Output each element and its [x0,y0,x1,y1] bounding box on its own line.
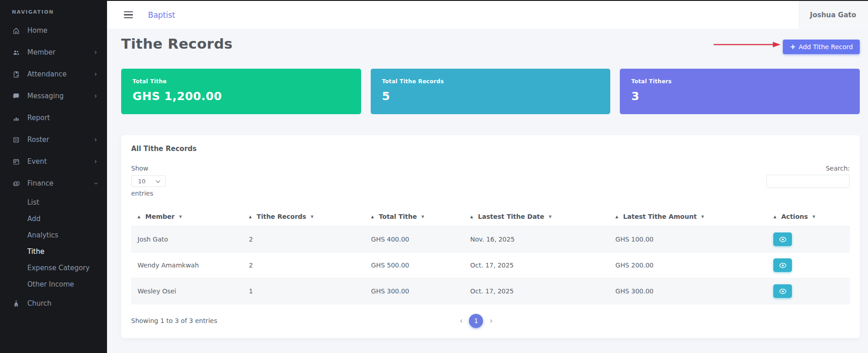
stat-value: 3 [631,90,848,103]
app-window: NAVIGATION Home Member › Attendance › [0,0,868,353]
sort-desc-icon: ▼ [311,215,313,219]
search-input[interactable] [766,175,850,188]
page-title: Tithe Records [121,35,233,52]
entries-label: entries [131,190,166,197]
view-record-button[interactable] [773,232,792,246]
table-summary: Showing 1 to 3 of 3 entries [131,317,217,324]
show-label: Show [131,165,166,172]
chevron-right-icon: › [94,93,97,100]
stat-card-total-tithers: Total Tithers 3 [620,69,860,114]
column-header-lastest-tithe-date[interactable]: ▲ Lastest Tithe Date ▼ [464,207,609,227]
sort-asc-icon: ▲ [773,215,776,219]
sidebar-item-finance[interactable]: Finance › [0,172,107,194]
sidebar-item-label: Finance [27,179,53,187]
sidebar-item-home[interactable]: Home [0,20,107,41]
sidebar-subitem-expense-category[interactable]: Expense Category [0,260,107,276]
hamburger-menu-icon[interactable] [124,11,133,19]
members-icon [12,48,20,56]
cell-tithe-records: 2 [243,252,365,278]
sidebar-item-label: Messaging [27,92,64,100]
table-row: Josh Gato 2 GHS 400.00 Nov. 16, 2025 GHS… [131,227,850,252]
sort-desc-icon: ▼ [421,215,424,219]
cell-latest-tithe-amount: GHS 200.00 [609,252,767,278]
sidebar-item-church[interactable]: Church [0,292,107,314]
chevron-down-icon [156,178,160,183]
card-title: All Tithe Records [131,145,850,153]
sidebar-item-label: Report [27,114,50,122]
stats-row: Total Tithe GHS 1,200.00 Total Tithe Rec… [121,69,860,114]
add-tithe-record-button[interactable]: + Add Tithe Record [783,40,860,54]
sidebar-subitem-label: List [27,198,39,207]
column-header-tithe-records[interactable]: ▲ Tithe Records ▼ [243,207,365,227]
sidebar-item-label: Roster [27,136,49,144]
table-row: Wendy Amamkwah 2 GHS 500.00 Oct. 17, 202… [131,252,850,278]
view-record-button[interactable] [773,284,792,298]
stat-label: Total Tithe [133,78,350,85]
topbar: Baptist Joshua Gato [107,0,868,29]
sidebar-item-member[interactable]: Member › [0,41,107,63]
report-icon [12,114,20,122]
sidebar-subitem-label: Analytics [27,231,58,239]
sort-asc-icon: ▲ [371,215,374,219]
sort-asc-icon: ▲ [470,215,473,219]
eye-icon [779,237,786,242]
sidebar-item-label: Member [27,48,56,56]
tithe-records-table: ▲ Member ▼ ▲ Tithe Records ▼ ▲ [131,207,850,304]
cell-tithe-records: 1 [243,278,365,304]
sidebar-subitem-other-income[interactable]: Other Income [0,276,107,292]
stat-label: Total Tithers [631,78,848,85]
column-header-total-tithe[interactable]: ▲ Total Tithe ▼ [365,207,464,227]
eye-icon [779,288,786,294]
sidebar-item-label: Church [27,299,51,308]
column-header-member[interactable]: ▲ Member ▼ [131,207,243,227]
sidebar-subitem-analytics[interactable]: Analytics [0,227,107,243]
cell-latest-tithe-amount: GHS 100.00 [609,227,767,252]
chevron-right-icon: › [94,49,97,56]
add-tithe-record-label: Add Tithe Record [799,43,853,50]
brand-link[interactable]: Baptist [148,10,175,20]
pagination-prev[interactable]: ‹ [455,316,467,325]
pagination: ‹ 1 › [455,314,497,328]
sidebar-subitem-list[interactable]: List [0,194,107,211]
pagination-next[interactable]: › [485,316,497,325]
stat-card-total-tithe-records: Total Tithe Records 5 [371,69,611,114]
home-icon [12,26,20,35]
sort-desc-icon: ▼ [701,215,704,219]
sidebar-subitem-tithe[interactable]: Tithe [0,243,107,260]
sidebar-subitem-add[interactable]: Add [0,211,107,227]
column-header-latest-tithe-amount[interactable]: ▲ Latest Tithe Amount ▼ [609,207,767,227]
plus-icon: + [790,43,796,50]
church-icon [12,299,20,308]
sidebar-item-roster[interactable]: Roster › [0,129,107,151]
eye-icon [779,262,786,268]
page-content: Tithe Records + Add Tithe Record Total T… [107,29,868,353]
view-record-button[interactable] [773,258,792,272]
page-length-select[interactable]: 10 [131,175,166,187]
sidebar-heading: NAVIGATION [0,0,107,20]
search-label: Search: [826,165,850,172]
column-header-actions[interactable]: ▲ Actions ▼ [767,207,850,227]
sidebar-subitem-label: Tithe [27,247,45,256]
chevron-right-icon: › [94,71,97,78]
sort-asc-icon: ▲ [249,215,252,219]
annotation-arrow-icon [713,41,781,48]
stat-value: 5 [382,90,599,103]
sidebar-item-messaging[interactable]: Messaging › [0,85,107,107]
cell-lastest-tithe-date: Oct. 17, 2025 [464,278,609,304]
pagination-page-1[interactable]: 1 [469,314,483,328]
sidebar-item-label: Home [27,26,47,35]
cell-latest-tithe-amount: GHS 300.00 [609,278,767,304]
sort-desc-icon: ▼ [549,215,551,219]
sidebar-item-event[interactable]: Event › [0,151,107,172]
cell-lastest-tithe-date: Nov. 16, 2025 [464,227,609,252]
sidebar-subitem-label: Add [27,215,41,223]
sidebar-item-report[interactable]: Report [0,107,107,129]
sort-asc-icon: ▲ [615,215,618,219]
cell-member: Josh Gato [131,227,243,252]
event-icon [12,157,20,166]
stat-value: GHS 1,200.00 [133,90,350,103]
cell-total-tithe: GHS 500.00 [365,252,464,278]
sidebar-item-attendance[interactable]: Attendance › [0,63,107,85]
user-menu[interactable]: Joshua Gato [799,1,868,29]
attendance-icon [12,70,20,78]
